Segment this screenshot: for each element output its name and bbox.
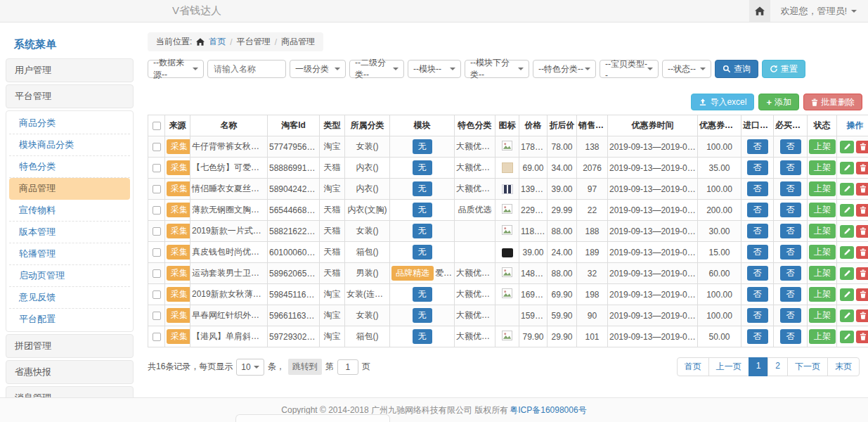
pager-item[interactable]: 下一页 xyxy=(787,357,828,376)
import-optimal-button[interactable]: 否 xyxy=(747,139,768,154)
import-optimal-button[interactable]: 否 xyxy=(747,308,768,323)
query-button[interactable]: 查询 xyxy=(715,60,758,78)
row-delete-button[interactable] xyxy=(856,162,868,174)
must-buy-button[interactable]: 否 xyxy=(780,287,801,302)
sidebar-item[interactable]: 意见反馈 xyxy=(9,287,130,309)
row-edit-button[interactable] xyxy=(840,246,854,259)
import-optimal-button[interactable]: 否 xyxy=(747,266,768,281)
row-checkbox[interactable] xyxy=(153,290,161,299)
row-delete-button[interactable] xyxy=(856,183,868,196)
row-delete-button[interactable] xyxy=(856,141,868,153)
status-button[interactable]: 上架 xyxy=(809,160,836,175)
row-edit-button[interactable] xyxy=(840,309,854,322)
batch-delete-button[interactable]: 批量删除 xyxy=(803,94,862,110)
row-edit-button[interactable] xyxy=(840,288,854,301)
import-optimal-button[interactable]: 否 xyxy=(747,329,768,344)
must-buy-button[interactable]: 否 xyxy=(780,329,801,344)
import-optimal-button[interactable]: 否 xyxy=(747,160,768,175)
must-buy-button[interactable]: 否 xyxy=(780,245,801,260)
row-edit-button[interactable] xyxy=(840,162,854,174)
row-checkbox[interactable] xyxy=(153,269,161,278)
status-button[interactable]: 上架 xyxy=(809,139,836,154)
row-edit-button[interactable] xyxy=(840,204,854,217)
must-buy-button[interactable]: 否 xyxy=(780,224,801,238)
sidebar-item[interactable]: 特色分类 xyxy=(9,156,130,178)
reset-button[interactable]: 重置 xyxy=(762,60,805,78)
status-button[interactable]: 上架 xyxy=(809,224,836,238)
import-excel-button[interactable]: 导入excel xyxy=(691,94,754,110)
row-delete-button[interactable] xyxy=(856,309,868,322)
status-button[interactable]: 上架 xyxy=(809,266,836,281)
must-buy-button[interactable]: 否 xyxy=(780,160,801,175)
select-item-type[interactable]: --宝贝类型-- xyxy=(600,60,659,78)
select-primary-category[interactable]: 一级分类 xyxy=(290,60,346,78)
must-buy-button[interactable]: 否 xyxy=(780,203,801,217)
import-optimal-button[interactable]: 否 xyxy=(747,224,768,238)
row-delete-button[interactable] xyxy=(856,267,868,280)
home-nav-button[interactable] xyxy=(749,0,770,22)
sidebar-item[interactable]: 轮播管理 xyxy=(9,243,130,265)
row-edit-button[interactable] xyxy=(840,331,854,343)
pager-item[interactable]: 2 xyxy=(767,357,788,376)
row-checkbox[interactable] xyxy=(153,333,161,341)
import-optimal-button[interactable]: 否 xyxy=(747,287,768,302)
must-buy-button[interactable]: 否 xyxy=(780,139,801,154)
row-edit-button[interactable] xyxy=(840,225,854,238)
select-secondary-category[interactable]: --二级分类-- xyxy=(349,60,404,78)
row-checkbox[interactable] xyxy=(153,248,161,257)
sidebar-group[interactable]: 拼团管理 xyxy=(6,334,134,358)
sidebar-item[interactable]: 商品分类 xyxy=(9,113,130,134)
row-delete-button[interactable] xyxy=(856,204,868,217)
row-checkbox[interactable] xyxy=(153,185,161,193)
status-button[interactable]: 上架 xyxy=(809,308,836,323)
status-button[interactable]: 上架 xyxy=(809,203,836,217)
sidebar-group[interactable]: 平台管理 xyxy=(6,84,134,108)
sidebar-item[interactable]: 模块商品分类 xyxy=(9,134,130,156)
row-delete-button[interactable] xyxy=(856,331,868,343)
must-buy-button[interactable]: 否 xyxy=(780,266,801,281)
pager-item[interactable]: 上一页 xyxy=(708,357,749,376)
add-button[interactable]: + 添加 xyxy=(758,94,799,110)
select-data-source[interactable]: --数据来源-- xyxy=(148,60,204,78)
row-delete-button[interactable] xyxy=(856,288,868,301)
sidebar-item[interactable]: 商品管理 xyxy=(9,178,130,200)
icp-link[interactable]: 粤ICP备16098006号 xyxy=(510,404,586,416)
name-search-input[interactable] xyxy=(207,60,286,78)
row-edit-button[interactable] xyxy=(840,267,854,280)
per-page-select[interactable]: 10 xyxy=(236,359,264,376)
must-buy-button[interactable]: 否 xyxy=(780,308,801,323)
sidebar-group[interactable]: 用户管理 xyxy=(6,58,134,82)
sidebar-item[interactable]: 平台配置 xyxy=(9,309,130,330)
select-feature-category[interactable]: --特色分类-- xyxy=(533,60,596,78)
row-delete-button[interactable] xyxy=(856,225,868,238)
status-button[interactable]: 上架 xyxy=(809,329,836,344)
row-checkbox[interactable] xyxy=(153,206,161,215)
row-edit-button[interactable] xyxy=(840,141,854,153)
import-optimal-button[interactable]: 否 xyxy=(747,203,768,217)
pager-item[interactable]: 1 xyxy=(749,357,769,376)
row-checkbox[interactable] xyxy=(153,312,161,320)
pager-item[interactable]: 首页 xyxy=(677,357,709,376)
pager-item[interactable]: 末页 xyxy=(827,357,860,376)
select-module-subcategory[interactable]: --模块下分类-- xyxy=(465,60,529,78)
import-optimal-button[interactable]: 否 xyxy=(747,245,768,260)
select-all-checkbox[interactable] xyxy=(153,122,161,130)
sidebar-group[interactable]: 省惠快报 xyxy=(6,360,134,384)
row-checkbox[interactable] xyxy=(153,227,161,236)
row-delete-button[interactable] xyxy=(856,246,868,259)
select-module[interactable]: --模块-- xyxy=(408,60,461,78)
row-checkbox[interactable] xyxy=(153,164,161,172)
sidebar-item[interactable]: 宣传物料 xyxy=(9,200,130,222)
row-edit-button[interactable] xyxy=(840,183,854,196)
status-button[interactable]: 上架 xyxy=(809,245,836,260)
sidebar-item[interactable]: 启动页管理 xyxy=(9,265,130,287)
page-jump-input[interactable] xyxy=(337,359,358,375)
select-status[interactable]: --状态-- xyxy=(662,60,711,78)
breadcrumb-home-link[interactable]: 首页 xyxy=(209,36,226,48)
user-dropdown[interactable]: 欢迎您，管理员! xyxy=(770,5,868,18)
row-checkbox[interactable] xyxy=(153,143,161,151)
must-buy-button[interactable]: 否 xyxy=(780,181,801,196)
status-button[interactable]: 上架 xyxy=(809,181,836,196)
sidebar-group[interactable]: 消息管理 xyxy=(6,386,134,397)
sidebar-item[interactable]: 版本管理 xyxy=(9,222,130,243)
